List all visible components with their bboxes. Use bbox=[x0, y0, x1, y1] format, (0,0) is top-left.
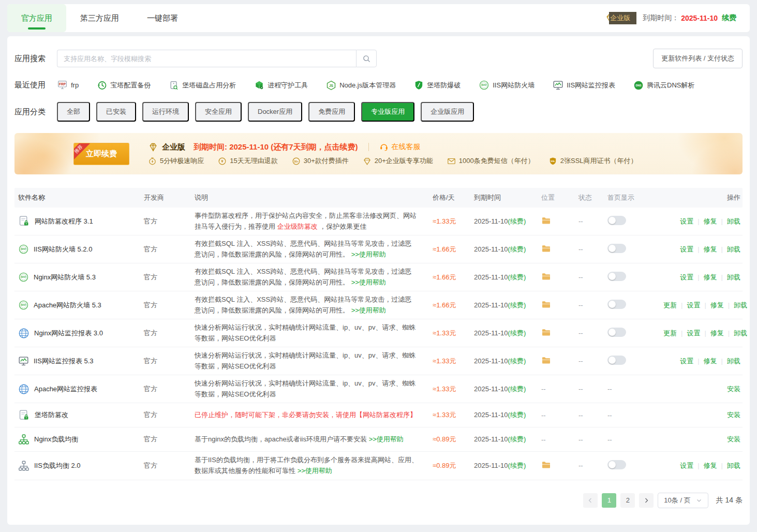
uninstall-link[interactable]: 卸载 bbox=[727, 273, 740, 281]
expire-cell: 2025-11-10(续费) bbox=[474, 435, 541, 444]
help-link[interactable]: >>使用帮助 bbox=[369, 435, 404, 443]
tab-official-apps[interactable]: 官方应用 bbox=[7, 4, 66, 32]
recent-app-item[interactable]: 进程守护工具 bbox=[254, 80, 308, 91]
search-button[interactable] bbox=[356, 50, 377, 67]
category-button[interactable]: 企业版应用 bbox=[421, 102, 474, 122]
category-button[interactable]: 已安装 bbox=[96, 102, 136, 122]
install-link[interactable]: 安装 bbox=[727, 411, 740, 419]
banner-expire-text[interactable]: 到期时间: 2025-11-10 (还有7天到期，点击续费) bbox=[194, 142, 358, 152]
repair-link[interactable]: 修复 bbox=[704, 217, 717, 225]
homepage-toggle[interactable] bbox=[607, 216, 626, 225]
expire-date: 2025-11-10 bbox=[474, 435, 508, 443]
prev-page-button[interactable] bbox=[583, 493, 598, 508]
divider: | bbox=[728, 329, 730, 337]
page-size-select[interactable]: 10条 / 页 bbox=[658, 493, 708, 508]
uninstall-link[interactable]: 卸载 bbox=[727, 357, 740, 365]
uninstall-link[interactable]: 卸载 bbox=[734, 301, 747, 309]
settings-link[interactable]: 设置 bbox=[687, 301, 700, 309]
renew-link[interactable]: (续费) bbox=[508, 273, 526, 281]
uninstall-link[interactable]: 卸载 bbox=[727, 462, 740, 469]
location-cell: -- bbox=[541, 385, 578, 393]
settings-link[interactable]: 设置 bbox=[680, 245, 693, 253]
renew-link[interactable]: 续费 bbox=[722, 13, 736, 23]
renew-link[interactable]: (续费) bbox=[508, 301, 526, 309]
settings-link[interactable]: 设置 bbox=[680, 462, 693, 469]
settings-link[interactable]: 设置 bbox=[680, 357, 693, 365]
category-button[interactable]: 安全应用 bbox=[195, 102, 242, 122]
homepage-toggle[interactable] bbox=[607, 328, 626, 337]
homepage-toggle[interactable] bbox=[607, 356, 626, 365]
help-link[interactable]: >>使用帮助 bbox=[351, 278, 386, 286]
recent-app-item[interactable]: DNS腾讯云DNS解析 bbox=[633, 80, 694, 91]
help-link[interactable]: >>使用帮助 bbox=[351, 306, 386, 314]
category-button[interactable]: 专业版应用 bbox=[361, 102, 414, 122]
actions-cell: 设置|修复|卸载 bbox=[663, 461, 743, 470]
category-button[interactable]: 全部 bbox=[57, 102, 90, 122]
update-software-list-button[interactable]: 更新软件列表 / 支付状态 bbox=[653, 49, 743, 68]
homepage-toggle[interactable] bbox=[607, 460, 626, 469]
tab-one-click-deploy[interactable]: 一键部署 bbox=[133, 4, 192, 32]
renew-link[interactable]: (续费) bbox=[508, 411, 526, 419]
price-per-day: ≈0.89元 bbox=[427, 461, 474, 470]
renew-link[interactable]: (续费) bbox=[508, 329, 526, 337]
uninstall-link[interactable]: 卸载 bbox=[734, 329, 747, 337]
install-link[interactable]: 安装 bbox=[727, 435, 740, 443]
folder-icon[interactable] bbox=[541, 356, 551, 365]
enterprise-tamper-link[interactable]: 企业级防篡改 bbox=[277, 223, 318, 230]
waf-icon: WAF bbox=[18, 272, 29, 283]
folder-icon[interactable] bbox=[541, 272, 551, 282]
uninstall-link[interactable]: 卸载 bbox=[727, 217, 740, 225]
repair-link[interactable]: 修复 bbox=[710, 301, 724, 309]
homepage-toggle[interactable] bbox=[607, 244, 626, 253]
folder-icon[interactable] bbox=[541, 244, 551, 254]
homepage-toggle[interactable] bbox=[607, 300, 626, 309]
repair-link[interactable]: 修复 bbox=[704, 357, 717, 365]
homepage-toggle[interactable] bbox=[607, 272, 626, 281]
repair-link[interactable]: 修复 bbox=[710, 329, 724, 337]
page-button-1[interactable]: 1 bbox=[602, 493, 616, 508]
category-button[interactable]: 免费应用 bbox=[308, 102, 355, 122]
recent-app-item[interactable]: IIS网站监控报表 bbox=[553, 80, 615, 91]
renew-link[interactable]: (续费) bbox=[508, 357, 526, 365]
renew-link[interactable]: (续费) bbox=[508, 435, 526, 443]
repair-link[interactable]: 修复 bbox=[704, 245, 717, 253]
status-cell: -- bbox=[578, 217, 607, 225]
next-page-button[interactable] bbox=[639, 493, 654, 508]
help-link[interactable]: >>使用帮助 bbox=[351, 250, 386, 258]
banner-feature: 5分钟极速响应 bbox=[148, 156, 204, 166]
folder-icon[interactable] bbox=[541, 300, 551, 309]
app-name: Apache网站防火墙 5.3 bbox=[34, 301, 101, 310]
category-button[interactable]: Docker应用 bbox=[248, 102, 302, 122]
install-link[interactable]: 安装 bbox=[727, 385, 740, 393]
recent-app-item[interactable]: 堡塔磁盘占用分析 bbox=[169, 80, 236, 91]
repair-link[interactable]: 修复 bbox=[704, 462, 717, 469]
category-button[interactable]: 运行环境 bbox=[142, 102, 189, 122]
renew-link[interactable]: (续费) bbox=[508, 385, 526, 393]
folder-icon[interactable] bbox=[541, 216, 551, 226]
recent-app-item[interactable]: FRPfrp bbox=[57, 80, 79, 91]
recent-app-item[interactable]: WAFIIS网站防火墙 bbox=[479, 80, 535, 91]
renew-link[interactable]: (续费) bbox=[508, 217, 526, 225]
update-link[interactable]: 更新 bbox=[663, 301, 677, 309]
recent-app-item[interactable]: 堡塔防爆破 bbox=[414, 80, 461, 90]
folder-icon[interactable] bbox=[541, 328, 551, 337]
help-link[interactable]: >>使用帮助 bbox=[298, 467, 332, 475]
renew-link[interactable]: (续费) bbox=[508, 245, 526, 253]
search-input[interactable] bbox=[57, 50, 356, 67]
renew-now-button[interactable]: 推荐 立即续费 bbox=[73, 143, 129, 165]
recent-app-item[interactable]: JSNode.js版本管理器 bbox=[326, 80, 396, 91]
settings-link[interactable]: 设置 bbox=[687, 329, 700, 337]
renew-link[interactable]: (续费) bbox=[508, 462, 526, 469]
recent-app-item[interactable]: 宝塔配置备份 bbox=[97, 80, 151, 91]
repair-link[interactable]: 修复 bbox=[704, 273, 717, 281]
column-header: 软件名称 bbox=[14, 193, 144, 202]
online-support-link[interactable]: 在线客服 bbox=[379, 142, 421, 152]
recent-apps: FRPfrp宝塔配置备份堡塔磁盘占用分析进程守护工具JSNode.js版本管理器… bbox=[57, 80, 695, 91]
update-link[interactable]: 更新 bbox=[663, 329, 677, 337]
tab-third-party-apps[interactable]: 第三方应用 bbox=[66, 4, 133, 32]
uninstall-link[interactable]: 卸载 bbox=[727, 245, 740, 253]
page-button-2[interactable]: 2 bbox=[620, 493, 635, 508]
settings-link[interactable]: 设置 bbox=[680, 273, 693, 281]
folder-icon[interactable] bbox=[541, 460, 551, 470]
settings-link[interactable]: 设置 bbox=[680, 217, 693, 225]
